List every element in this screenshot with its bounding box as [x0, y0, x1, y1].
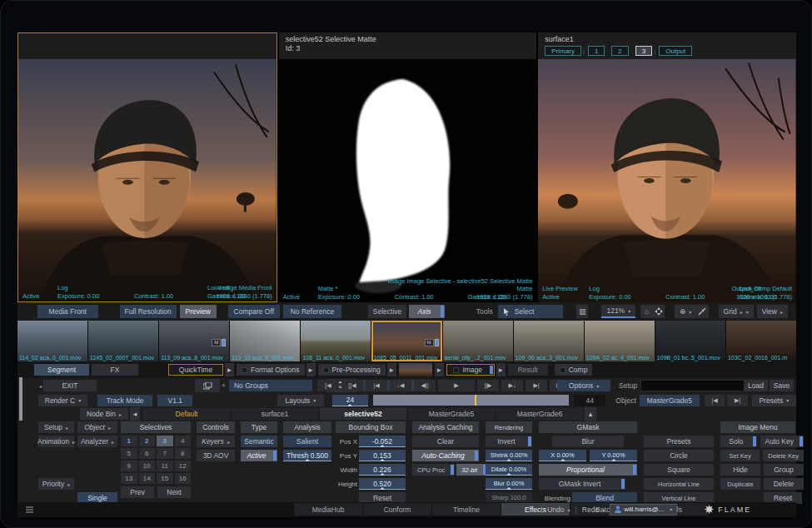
compare-selector[interactable]: Compare Off: [228, 305, 281, 318]
group-copy-icon[interactable]: [195, 379, 220, 392]
scroll-right-icon[interactable]: ▴: [585, 407, 596, 421]
axis-toggle[interactable]: Axis: [409, 305, 445, 318]
gmask-presets-button[interactable]: Presets: [644, 436, 714, 447]
viewport-front[interactable]: LogLook off ActiveExposure: 0.00Contrast…: [17, 32, 277, 302]
selective-number-cell[interactable]: 11: [157, 461, 173, 471]
selective-number-cell[interactable]: 14: [139, 473, 156, 484]
group-button[interactable]: Group: [764, 464, 804, 476]
shrink-field[interactable]: Shrink 0.00%: [486, 450, 532, 461]
tab-fx[interactable]: FX: [92, 364, 138, 376]
timeline-clip-thumbnail[interactable]: 109B_01 bc..5_001.mov: [655, 321, 725, 361]
pos-x-field[interactable]: -0.052: [359, 436, 406, 447]
circle-preset-button[interactable]: Circle: [644, 450, 714, 461]
layout-columns-icon[interactable]: ▥: [576, 305, 588, 318]
save-button[interactable]: Save: [770, 380, 794, 391]
target-selector[interactable]: ⊕▾: [675, 305, 696, 318]
transport-button[interactable]: []◀: [341, 380, 363, 391]
type-header[interactable]: Type: [241, 421, 277, 433]
active-toggle[interactable]: Active: [241, 450, 277, 461]
selective-number-cell[interactable]: 4: [175, 436, 192, 446]
color-picker-icon[interactable]: [696, 305, 708, 318]
reference-selector[interactable]: No Reference: [283, 305, 341, 318]
timeline-clip-thumbnail[interactable]: 114_02 aca..0_001.mov: [17, 321, 87, 361]
layouts-selector[interactable]: Layouts▾: [277, 395, 323, 406]
auto-key-toggle[interactable]: Auto Key: [760, 436, 805, 447]
preview-button[interactable]: Preview: [180, 305, 217, 318]
selectives-header[interactable]: Selectives: [121, 421, 191, 433]
priority-menu[interactable]: Priority▸: [38, 478, 74, 490]
analysis-header[interactable]: Analysis: [283, 421, 331, 433]
next-object-button[interactable]: ▶|: [727, 395, 747, 406]
salient-button[interactable]: Salient: [283, 436, 331, 447]
solo-toggle[interactable]: Solo: [720, 436, 757, 447]
hide-button[interactable]: Hide: [720, 464, 760, 476]
selective-number-cell[interactable]: 7: [157, 448, 173, 459]
dilate-field[interactable]: Dilate 0.00%: [486, 464, 532, 476]
selective-number-cell[interactable]: 10: [139, 461, 156, 471]
tab-result[interactable]: Result: [508, 364, 548, 376]
timeline-clip-thumbnail[interactable]: 113_09 aca..8_001.mov M: [159, 321, 229, 361]
fit-view-icon[interactable]: ⌂: [640, 305, 652, 318]
prev-object-button[interactable]: |◀: [705, 395, 725, 406]
media-front-selector[interactable]: Media Front: [37, 305, 98, 318]
gmask-blur-button[interactable]: Blur: [552, 436, 624, 447]
controls-header[interactable]: Controls: [197, 421, 235, 433]
next-selective-button[interactable]: Next: [157, 486, 191, 498]
animation-menu[interactable]: Animation▸: [38, 436, 74, 447]
semantic-button[interactable]: Semantic: [241, 436, 277, 447]
exit-button[interactable]: EXIT: [43, 380, 97, 391]
transport-button[interactable]: ||▶: [477, 380, 499, 391]
node-pre-processing[interactable]: Pre-Processing: [318, 364, 386, 376]
rendering-header[interactable]: Rendering: [486, 421, 532, 433]
transport-button[interactable]: ▶↓: [501, 380, 523, 391]
square-preset-button[interactable]: Square: [644, 464, 714, 476]
timeline-clip-thumbnail[interactable]: 1145_02_0007_001.mov: [88, 321, 158, 361]
selective-number-cell[interactable]: 15: [157, 473, 173, 484]
zoom-level-selector[interactable]: 121%▾: [601, 305, 635, 318]
version-button[interactable]: V1.1: [157, 395, 192, 406]
redo-button[interactable]: Redo▾: [582, 506, 605, 514]
timeline-position-slider[interactable]: [373, 395, 569, 406]
selective-number-cell[interactable]: 12: [175, 461, 192, 471]
enable-checkbox[interactable]: [323, 367, 329, 373]
delete-button[interactable]: Delete: [764, 478, 804, 490]
transport-button[interactable]: ↓◀: [390, 380, 411, 391]
transport-button[interactable]: ▶: [438, 380, 475, 391]
node-tab[interactable]: MasterGrade6: [496, 408, 583, 420]
blur-field[interactable]: Blur 0.00%: [486, 478, 532, 490]
viewer-image-matte[interactable]: [279, 59, 537, 302]
timeline-clip-thumbnail[interactable]: 113_10 aca..9_001.mov: [230, 321, 300, 361]
transport-button[interactable]: |◀: [366, 380, 387, 391]
analysis-caching-header[interactable]: Analysis Caching: [412, 421, 479, 433]
timeline-clip-thumbnail[interactable]: 109A_02 ac..4_001.mov: [585, 321, 655, 361]
delete-key-button[interactable]: Delete Key: [763, 450, 804, 461]
menu-hamburger-icon[interactable]: [26, 506, 33, 515]
node-bin-selector[interactable]: Node Bin▸: [80, 408, 128, 420]
keyers-menu[interactable]: Keyers▸: [197, 436, 235, 447]
timeline-clip-thumbnail[interactable]: 1085_05_0011_001.mov M: [371, 321, 441, 361]
viewport-output[interactable]: surface1 Primary123Output: [538, 32, 796, 302]
surface-output-button[interactable]: 1: [588, 46, 605, 56]
duplicate-button[interactable]: Duplicate: [720, 478, 760, 490]
object-selector[interactable]: MasterGrade5: [640, 395, 700, 406]
node-format-options[interactable]: Format Options: [237, 364, 305, 376]
selective-number-cell[interactable]: 9: [121, 461, 137, 471]
analyzer-menu[interactable]: Analyzer▸: [77, 436, 117, 447]
node-image[interactable]: Image: [446, 364, 495, 376]
selective-number-cell[interactable]: 5: [121, 448, 137, 459]
enable-checkbox[interactable]: [242, 367, 247, 373]
module-tab[interactable]: MediaHub: [294, 503, 362, 516]
track-mode-button[interactable]: Track Mode: [97, 395, 152, 406]
node-tab[interactable]: selective52: [320, 408, 406, 420]
grid-selector[interactable]: Grid▸▾: [719, 305, 754, 318]
full-resolution-button[interactable]: Full Resolution: [120, 305, 177, 318]
options-selector[interactable]: Options▾: [557, 380, 610, 391]
module-tab[interactable]: Timeline: [432, 503, 501, 516]
prev-selective-button[interactable]: Prev: [121, 486, 154, 498]
width-field[interactable]: 0.226: [359, 464, 406, 476]
view-selector[interactable]: View▸: [757, 305, 788, 318]
aov-menu[interactable]: 3D AOV: [197, 450, 235, 461]
pipeline-clip-thumbnail[interactable]: [399, 363, 432, 377]
node-tab[interactable]: MasterGrade5: [408, 408, 495, 420]
transport-button[interactable]: ◀||: [414, 380, 436, 391]
